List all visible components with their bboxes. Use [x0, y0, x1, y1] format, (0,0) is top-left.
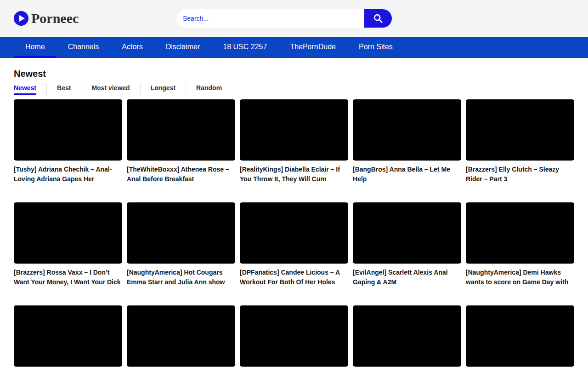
tab-most-viewed[interactable]: Most viewed — [81, 83, 140, 95]
nav-item-porn-sites[interactable]: Porn Sites — [347, 37, 404, 58]
nav-item-18-usc-2257[interactable]: 18 USC 2257 — [211, 37, 278, 58]
tab-label: Newest — [14, 83, 36, 95]
video-card[interactable]: [DPFanatics] Candee Licious – A Workout … — [240, 202, 348, 287]
video-card[interactable]: [Brazzers] Rossa Vaxx – I Don’t Want You… — [14, 202, 122, 287]
video-thumbnail[interactable] — [14, 305, 122, 367]
video-title[interactable]: [RealityKings] Diabella Eclair – If You … — [240, 165, 348, 184]
play-icon — [14, 11, 28, 26]
video-thumbnail[interactable] — [127, 202, 235, 264]
search-form — [177, 9, 392, 28]
video-thumbnail[interactable] — [127, 305, 235, 367]
video-card[interactable]: [RealityKings] Diabella Eclair – If You … — [240, 99, 348, 184]
video-card[interactable]: [EvilAngel] Scarlett Alexis Anal Gaping … — [353, 202, 461, 287]
video-thumbnail[interactable] — [127, 99, 235, 161]
main-content: Newest NewestBestMost viewedLongestRando… — [0, 58, 588, 368]
video-title[interactable]: [Tushy] Adriana Chechik – Anal-Loving Ad… — [14, 165, 122, 184]
video-title[interactable]: [BangBros] Anna Bella – Let Me Help — [353, 165, 461, 184]
tab-label: Most viewed — [91, 83, 130, 93]
video-thumbnail[interactable] — [466, 305, 574, 367]
video-title[interactable]: [DPFanatics] Candee Licious – A Workout … — [240, 268, 348, 287]
video-card[interactable]: [NaughtyAmerica] Demi Hawks wants to sco… — [466, 202, 574, 287]
video-thumbnail[interactable] — [353, 305, 461, 367]
video-title[interactable]: [EvilAngel] Scarlett Alexis Anal Gaping … — [353, 268, 461, 287]
video-title[interactable]: [Brazzers] Rossa Vaxx – I Don’t Want You… — [14, 268, 122, 287]
video-card[interactable] — [353, 305, 461, 368]
video-card[interactable] — [240, 305, 348, 368]
video-thumbnail[interactable] — [14, 202, 122, 264]
video-thumbnail[interactable] — [240, 99, 348, 161]
video-thumbnail[interactable] — [240, 305, 348, 367]
video-card[interactable]: [BangBros] Anna Bella – Let Me Help — [353, 99, 461, 184]
search-input[interactable] — [177, 9, 364, 28]
video-thumbnail[interactable] — [466, 99, 574, 161]
video-thumbnail[interactable] — [240, 202, 348, 264]
video-thumbnail[interactable] — [353, 202, 461, 264]
nav-item-actors[interactable]: Actors — [110, 37, 154, 58]
nav-item-home[interactable]: Home — [14, 37, 57, 58]
video-card[interactable] — [127, 305, 235, 368]
logo[interactable]: Porneec — [14, 11, 79, 26]
video-card[interactable] — [14, 305, 122, 368]
tab-best[interactable]: Best — [46, 83, 81, 95]
nav-item-channels[interactable]: Channels — [57, 37, 111, 58]
video-thumbnail[interactable] — [14, 99, 122, 161]
sort-tabs: NewestBestMost viewedLongestRandom — [14, 83, 574, 95]
video-thumbnail[interactable] — [466, 202, 574, 264]
video-thumbnail[interactable] — [353, 99, 461, 161]
search-icon — [373, 13, 383, 23]
tab-label: Random — [196, 83, 222, 93]
video-card[interactable]: [NaughtyAmerica] Hot Cougars Emma Starr … — [127, 202, 235, 287]
video-title[interactable]: [Brazzers] Elly Clutch – Sleazy Rider – … — [466, 165, 574, 184]
nav-item-disclaimer[interactable]: Disclaimer — [154, 37, 212, 58]
header: Porneec — [0, 0, 588, 37]
main-nav: HomeChannelsActorsDisclaimer18 USC 2257T… — [0, 37, 588, 58]
video-card[interactable]: [Tushy] Adriana Chechik – Anal-Loving Ad… — [14, 99, 122, 184]
tab-label: Best — [57, 83, 71, 93]
video-card[interactable] — [466, 305, 574, 368]
logo-text: Porneec — [31, 11, 79, 26]
nav-item-theporndude[interactable]: ThePornDude — [278, 37, 347, 58]
video-title[interactable]: [NaughtyAmerica] Hot Cougars Emma Starr … — [127, 268, 235, 287]
video-card[interactable]: [Brazzers] Elly Clutch – Sleazy Rider – … — [466, 99, 574, 184]
video-title[interactable]: [NaughtyAmerica] Demi Hawks wants to sco… — [466, 268, 574, 287]
tab-label: Longest — [151, 83, 175, 93]
search-button[interactable] — [364, 9, 392, 28]
tab-longest[interactable]: Longest — [140, 83, 186, 95]
video-card[interactable]: [TheWhiteBoxxx] Athenea Rose – Anal Befo… — [127, 99, 235, 184]
video-grid: [Tushy] Adriana Chechik – Anal-Loving Ad… — [14, 99, 574, 368]
video-title[interactable]: [TheWhiteBoxxx] Athenea Rose – Anal Befo… — [127, 165, 235, 184]
tab-random[interactable]: Random — [186, 83, 232, 95]
tab-newest[interactable]: Newest — [14, 83, 46, 95]
page-title: Newest — [14, 58, 574, 79]
